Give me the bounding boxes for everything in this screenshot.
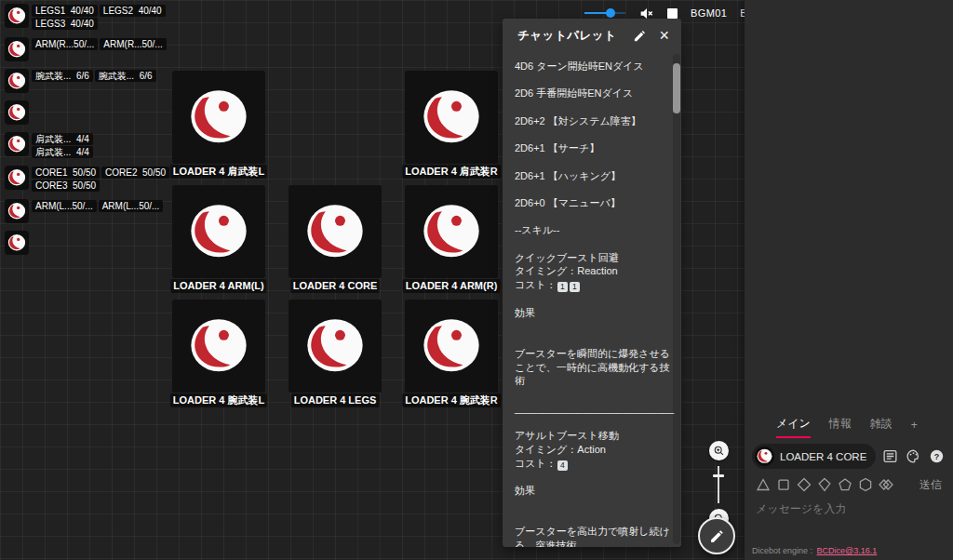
token-label: LOADER 4 肩武装R [402, 165, 501, 179]
status-chip: ARM(L...50/... [99, 200, 164, 212]
status-token: 肩武装... 4/4肩武装... 4/4 [5, 132, 169, 158]
status-chip: ARM(R...50/... [100, 38, 166, 50]
dice-icons [756, 477, 893, 492]
character-select[interactable]: LOADER 4 CORE [752, 444, 876, 469]
token-image [172, 71, 265, 164]
token-image [172, 185, 265, 278]
status-token: ARM(L...50/...ARM(L...50/... [5, 199, 169, 223]
map-token[interactable]: LOADER 4 CORE [289, 185, 382, 278]
palette-line[interactable]: --スキル-- [515, 223, 676, 237]
chat-tab-1[interactable]: 情報 [829, 416, 852, 438]
bird-logo-icon [415, 195, 488, 268]
zoom-controls [708, 441, 729, 528]
status-token-icon[interactable] [5, 37, 29, 61]
volume-muted-icon[interactable] [638, 6, 654, 21]
status-chip: CORE3 50/50 [32, 180, 100, 192]
bird-logo-icon [299, 310, 371, 382]
status-token [5, 100, 169, 125]
palette-line[interactable]: アサルトブースト移動 [515, 429, 676, 443]
scrollbar-thumb[interactable] [673, 63, 680, 113]
volume-thumb[interactable] [606, 8, 615, 18]
map-token[interactable]: LOADER 4 腕武装L [172, 300, 265, 393]
bird-logo-icon [182, 81, 255, 153]
color-palette-icon[interactable] [905, 447, 922, 465]
chat-tab-3[interactable]: + [911, 419, 918, 438]
status-token-icon[interactable] [5, 166, 29, 190]
stop-icon[interactable] [667, 8, 678, 19]
palette-line[interactable]: クイックブースト回避 [515, 251, 676, 265]
bgm01-button[interactable]: BGM01 [691, 7, 727, 19]
palette-line [515, 471, 676, 485]
zoom-slider-handle[interactable] [713, 474, 724, 477]
compose-fab[interactable] [698, 517, 735, 554]
palette-line[interactable]: コスト：4 [515, 457, 676, 471]
dice-d8-icon[interactable] [797, 477, 812, 492]
cost-box: 1 [570, 282, 580, 292]
palette-line[interactable]: 4D6 ターン開始時ENダイス [515, 60, 676, 73]
palette-line[interactable]: タイミング：Action [515, 443, 676, 457]
map-token[interactable]: LOADER 4 ARM(R) [405, 185, 498, 278]
status-chip: ARM(R...50/... [32, 38, 98, 50]
palette-line[interactable]: 2D6+0 【マニューバ】 [515, 196, 676, 210]
palette-line [515, 415, 676, 429]
palette-line [515, 388, 676, 402]
zoom-slider[interactable] [712, 466, 725, 503]
map-token[interactable]: LOADER 4 肩武装L [172, 71, 265, 164]
bcdice-link[interactable]: BCDice@3.16.1 [817, 546, 878, 555]
chat-log[interactable] [745, 0, 953, 414]
status-chip: 腕武装... 6/6 [95, 70, 156, 82]
map-token[interactable]: LOADER 4 ARM(L) [172, 185, 265, 278]
status-token-icon[interactable] [5, 231, 29, 255]
palette-line[interactable]: 2D6+2 【対システム障害】 [515, 114, 676, 128]
scrollbar-track[interactable] [673, 54, 680, 544]
volume-slider[interactable] [584, 7, 625, 19]
token-image [405, 185, 498, 278]
chat-tab-2[interactable]: 雑談 [870, 416, 893, 438]
dice-row: 送信 [745, 473, 953, 495]
edit-icon[interactable] [633, 29, 647, 43]
palette-line[interactable]: 2D6+1 【ハッキング】 [515, 169, 676, 183]
palette-line[interactable]: コスト：11 [515, 278, 676, 292]
chat-tab-0[interactable]: メイン [776, 416, 811, 438]
close-icon[interactable]: × [659, 29, 669, 42]
dice-d4-icon[interactable] [756, 477, 771, 492]
palette-line [515, 292, 676, 306]
palette-line[interactable]: ブースターを高出力で噴射し続ける、突進技術 [515, 525, 676, 547]
palette-line[interactable]: ____________________________ [515, 402, 676, 416]
map-token[interactable]: LOADER 4 LEGS [289, 300, 382, 393]
dice-d6-icon[interactable] [776, 477, 791, 492]
bird-logo-icon [6, 38, 28, 60]
status-chip: LEGS2 40/40 [100, 5, 166, 17]
message-input[interactable] [756, 502, 942, 515]
help-icon[interactable]: ? [928, 447, 946, 465]
chat-palette-icon[interactable] [881, 447, 899, 465]
status-token-icon[interactable] [5, 199, 29, 223]
palette-line[interactable]: 効果 [515, 484, 676, 498]
zoom-in-icon[interactable] [709, 441, 729, 460]
send-button[interactable]: 送信 [919, 477, 942, 493]
dice-d100-icon[interactable] [879, 477, 893, 492]
map-token[interactable]: LOADER 4 腕武装R [405, 300, 498, 393]
bird-logo-icon [299, 195, 371, 268]
status-token-icon[interactable] [5, 4, 29, 28]
palette-line[interactable]: 効果 [515, 306, 676, 320]
status-token-icon[interactable] [5, 69, 29, 93]
token-label: LOADER 4 腕武装L [170, 393, 267, 407]
status-token-icon[interactable] [5, 132, 29, 156]
palette-line [515, 73, 676, 87]
dice-d12-icon[interactable] [838, 477, 852, 492]
dice-d10-icon[interactable] [817, 477, 832, 492]
character-name: LOADER 4 CORE [780, 451, 866, 462]
palette-line [515, 320, 676, 334]
composer-row: LOADER 4 CORE ? [745, 438, 953, 473]
palette-line[interactable]: ブースターを瞬間的に爆発させることで、一時的に高機動化する技術 [515, 347, 676, 388]
bird-logo-icon [6, 70, 28, 92]
dice-d20-icon[interactable] [858, 477, 873, 492]
map-token[interactable]: LOADER 4 肩武装R [405, 71, 498, 164]
status-token-icon[interactable] [5, 100, 29, 125]
status-chip: 肩武装... 4/4 [32, 133, 93, 145]
palette-line[interactable]: 2D6 手番開始時ENダイス [515, 87, 676, 100]
palette-line[interactable]: タイミング：Reaction [515, 264, 676, 278]
token-image [289, 185, 382, 278]
palette-line[interactable]: 2D6+1 【サーチ】 [515, 141, 676, 155]
